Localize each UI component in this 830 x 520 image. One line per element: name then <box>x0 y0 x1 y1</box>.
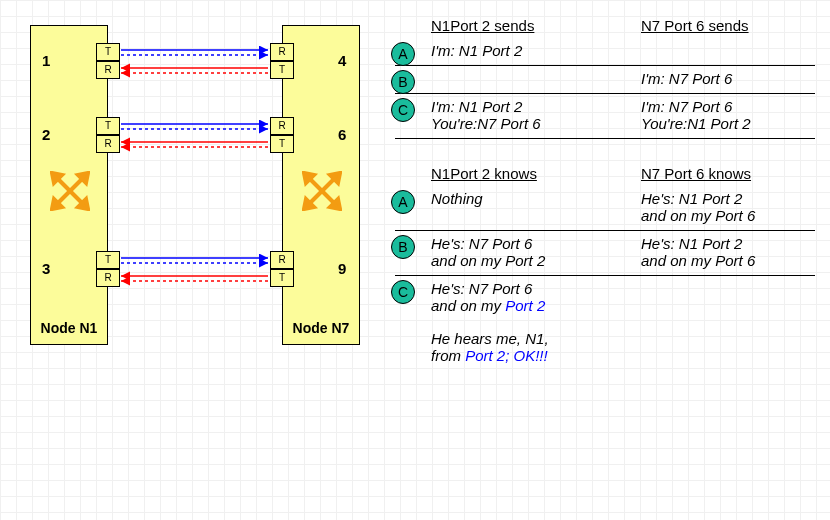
badge-b: B <box>391 70 415 94</box>
port-2-stack: T R 2 <box>96 117 120 153</box>
knows-badge-c: C <box>391 280 415 304</box>
port-4-tx: T <box>270 61 294 79</box>
sends-table: N1Port 2 sends N7 Port 6 sends A I'm: N1… <box>395 15 815 139</box>
port-9-stack: R T 9 <box>270 251 294 287</box>
knows-row-a: A Nothing He's: N1 Port 2 and on my Port… <box>395 186 815 231</box>
sends-row-a: A I'm: N1 Port 2 <box>395 38 815 66</box>
sends-c-right: I'm: N7 Port 6 You're:N1 Port 2 <box>605 98 815 132</box>
port-6-tx: T <box>270 135 294 153</box>
port-3-number: 3 <box>42 260 50 277</box>
knows-row-b: B He's: N7 Port 6 and on my Port 2 He's:… <box>395 231 815 276</box>
knows-c-left: He's: N7 Port 6 and on my Port 2 <box>395 280 605 314</box>
port-3-tx: T <box>96 251 120 269</box>
port-6-rx: R <box>270 117 294 135</box>
port-9-tx: T <box>270 269 294 287</box>
port-2-number: 2 <box>42 126 50 143</box>
node-link-diagram: Node N1 Node N7 T R 1 T R 2 T R 3 R T 4 … <box>10 25 380 365</box>
knows-table: N1Port 2 knows N7 Port 6 knows A Nothing… <box>395 163 815 364</box>
final-note: He hears me, N1, from Port 2; OK!!! <box>431 330 815 364</box>
knows-b-left: He's: N7 Port 6 and on my Port 2 <box>395 235 605 269</box>
port-4-rx: R <box>270 43 294 61</box>
badge-c: C <box>391 98 415 122</box>
knows-c-left-blue: Port 2 <box>505 297 545 314</box>
sends-header-left: N1Port 2 sends <box>395 15 605 38</box>
sends-header-right: N7 Port 6 sends <box>605 15 815 38</box>
sends-b-right: I'm: N7 Port 6 <box>605 70 815 87</box>
sends-row-c: C I'm: N1 Port 2 You're:N7 Port 6 I'm: N… <box>395 94 815 139</box>
knows-b-right: He's: N1 Port 2 and on my Port 6 <box>605 235 815 269</box>
switch-icon-left <box>50 171 90 211</box>
knows-badge-a: A <box>391 190 415 214</box>
port-3-rx: R <box>96 269 120 287</box>
node-n1-label: Node N1 <box>31 320 107 336</box>
port-6-number: 6 <box>338 126 346 143</box>
port-4-stack: R T 4 <box>270 43 294 79</box>
port-2-rx: R <box>96 135 120 153</box>
port-9-rx: R <box>270 251 294 269</box>
switch-icon-right <box>302 171 342 211</box>
sends-row-b: B I'm: N7 Port 6 <box>395 66 815 94</box>
port-1-stack: T R 1 <box>96 43 120 79</box>
protocol-tables: N1Port 2 sends N7 Port 6 sends A I'm: N1… <box>395 15 815 388</box>
port-6-stack: R T 6 <box>270 117 294 153</box>
knows-header-right: N7 Port 6 knows <box>605 163 815 186</box>
node-n7-label: Node N7 <box>283 320 359 336</box>
port-2-tx: T <box>96 117 120 135</box>
knows-a-left: Nothing <box>395 190 605 207</box>
port-4-number: 4 <box>338 52 346 69</box>
badge-a: A <box>391 42 415 66</box>
knows-badge-b: B <box>391 235 415 259</box>
knows-a-right: He's: N1 Port 2 and on my Port 6 <box>605 190 815 224</box>
port-1-number: 1 <box>42 52 50 69</box>
sends-a-left: I'm: N1 Port 2 <box>395 42 605 59</box>
knows-header-left: N1Port 2 knows <box>395 163 605 186</box>
port-3-stack: T R 3 <box>96 251 120 287</box>
sends-c-left: I'm: N1 Port 2 You're:N7 Port 6 <box>395 98 605 132</box>
port-9-number: 9 <box>338 260 346 277</box>
port-1-tx: T <box>96 43 120 61</box>
final-note-blue: Port 2; OK!!! <box>465 347 548 364</box>
port-1-rx: R <box>96 61 120 79</box>
knows-row-c: C He's: N7 Port 6 and on my Port 2 <box>395 276 815 320</box>
